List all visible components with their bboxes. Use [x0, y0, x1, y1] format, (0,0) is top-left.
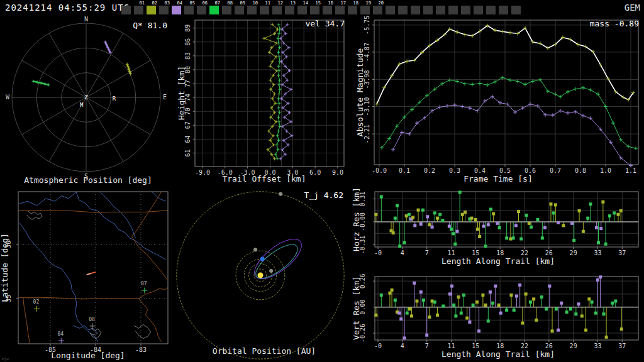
frame-slot-16[interactable]: 16	[323, 6, 332, 14]
svg-text:0.1: 0.1	[399, 167, 410, 174]
svg-text:15: 15	[472, 343, 479, 349]
timestamp: 20241214 04:55:29 UTC	[5, 3, 130, 13]
frame-slot-05[interactable]: 05	[184, 6, 194, 14]
q-annotation: Q* 81.0	[133, 21, 167, 30]
frame-slot-13[interactable]: 13	[285, 6, 294, 14]
frame-slot-20[interactable]: 20	[373, 6, 382, 14]
svg-text:0.7: 0.7	[550, 167, 561, 174]
frame-slot-label: 07	[215, 1, 220, 6]
map-ylabel: Latitude [deg]	[0, 233, 9, 302]
panel-atmospheric-position: NESWZRM Q* 81.0 Atmospheric Position [de…	[0, 16, 176, 185]
frame-slot-04[interactable]: 04	[172, 6, 181, 14]
frame-slot-blank-22[interactable]	[398, 6, 408, 14]
watermark: mjw	[2, 356, 9, 361]
svg-text:26: 26	[545, 343, 553, 349]
svg-text:86: 86	[184, 38, 191, 46]
svg-text:08: 08	[89, 317, 95, 322]
svg-text:N: N	[84, 16, 88, 23]
svg-text:0.4: 0.4	[474, 167, 486, 174]
svg-text:-3.10: -3.10	[364, 97, 370, 116]
svg-text:-0.0: -0.0	[372, 167, 387, 174]
svg-text:11: 11	[447, 343, 455, 349]
mag-xlabel: Frame Time [s]	[352, 174, 644, 184]
frame-slot-label: 09	[240, 1, 245, 6]
frame-slot-label: 10	[253, 1, 258, 6]
frame-slot-label: 15	[316, 1, 321, 6]
frame-slot-03[interactable]: 03	[159, 6, 169, 14]
svg-text:R: R	[113, 96, 116, 102]
svg-text:E: E	[163, 94, 167, 101]
frame-slot-17[interactable]: 17	[335, 6, 345, 14]
frame-slot-label: 08	[228, 1, 233, 6]
frame-slot-blank-29[interactable]	[486, 6, 496, 14]
frame-slot-06[interactable]: 06	[197, 6, 206, 14]
svg-text:0.2: 0.2	[424, 167, 435, 174]
svg-text:89: 89	[184, 25, 191, 32]
frame-slot-label: 06	[203, 1, 208, 6]
frame-slot-label: 16	[328, 1, 333, 6]
frame-slot-10[interactable]: 10	[247, 6, 257, 14]
svg-text:33: 33	[594, 343, 601, 349]
svg-text:02: 02	[33, 299, 40, 305]
frame-slot-blank-30[interactable]	[499, 6, 508, 14]
svg-text:-0: -0	[374, 250, 382, 256]
svg-text:0.3: 0.3	[449, 167, 460, 174]
svg-text:-4.87: -4.87	[364, 43, 370, 62]
frame-slot-blank-31[interactable]	[511, 6, 521, 14]
vert-ylabel: Vert Res [km]	[352, 276, 361, 340]
frame-slot-blank-27[interactable]	[461, 6, 470, 14]
atmospheric-polar-plot: NESWZRM	[0, 16, 176, 185]
frame-slot-blank-21[interactable]	[386, 6, 395, 14]
frame-slot-label: 14	[303, 1, 308, 6]
frame-slot-label: 20	[379, 1, 384, 6]
svg-text:7: 7	[425, 250, 429, 256]
frame-slot-blank-24[interactable]	[423, 6, 433, 14]
frame-slot-19[interactable]: 19	[360, 6, 370, 14]
frame-slot-blank-28[interactable]	[474, 6, 483, 14]
svg-text:-5.75: -5.75	[364, 16, 370, 35]
svg-text:0.5: 0.5	[499, 167, 511, 174]
svg-text:33: 33	[594, 250, 601, 256]
frame-slot-12[interactable]: 12	[272, 6, 282, 14]
frame-slot-blank-0[interactable]	[121, 6, 131, 14]
panel-magnitude: -0.00.10.20.30.40.50.60.70.81.01.1-5.75-…	[352, 16, 644, 185]
frame-slot-11[interactable]: 11	[260, 6, 269, 14]
svg-text:W: W	[6, 94, 10, 101]
frame-slot-blank-25[interactable]	[436, 6, 445, 14]
frame-slot-label: 04	[177, 1, 182, 6]
frame-slot-label: 13	[291, 1, 296, 6]
frame-slot-02[interactable]: 02	[147, 6, 156, 14]
svg-text:64: 64	[184, 135, 191, 143]
svg-text:1.0: 1.0	[600, 167, 611, 174]
svg-text:61: 61	[184, 149, 191, 156]
mass-annotation: mass -0.89	[590, 19, 639, 28]
frame-slot-label: 05	[190, 1, 195, 6]
atmos-title: Atmospheric Position [deg]	[0, 175, 176, 185]
svg-text:04: 04	[57, 331, 64, 337]
svg-text:4: 4	[401, 250, 404, 256]
frame-slot-blank-26[interactable]	[448, 6, 458, 14]
frame-slot-label: 02	[152, 1, 157, 6]
magnitude-plot: -0.00.10.20.30.40.50.60.70.81.01.1-5.75-…	[352, 16, 644, 185]
svg-text:4: 4	[401, 343, 404, 349]
frame-slot-label: 17	[341, 1, 346, 6]
frame-slot-blank-23[interactable]	[411, 6, 420, 14]
frame-slot-15[interactable]: 15	[310, 6, 319, 14]
svg-text:29: 29	[570, 250, 577, 256]
velocity-annotation: vel 34.7	[305, 19, 345, 28]
frame-slot-14[interactable]: 14	[297, 6, 307, 14]
ground-map-plot: 02040708-85-84-833635	[0, 185, 176, 362]
frame-slot-01[interactable]: 01	[134, 6, 143, 14]
svg-text:Z: Z	[84, 94, 88, 101]
frame-slot-18[interactable]: 18	[348, 6, 357, 14]
frame-slot-07[interactable]: 07	[209, 6, 219, 14]
svg-text:-3.98: -3.98	[364, 70, 370, 89]
panel-trail-offset: -9.0-6.0-3.00.03.06.09.06164677074778083…	[176, 16, 352, 185]
svg-text:-2.21: -2.21	[364, 124, 370, 143]
frame-slot-08[interactable]: 08	[222, 6, 231, 14]
svg-text:0.8: 0.8	[575, 167, 586, 174]
frame-slot-09[interactable]: 09	[235, 6, 244, 14]
svg-text:7: 7	[425, 343, 429, 349]
svg-text:07: 07	[141, 281, 147, 287]
svg-text:26: 26	[545, 250, 553, 256]
